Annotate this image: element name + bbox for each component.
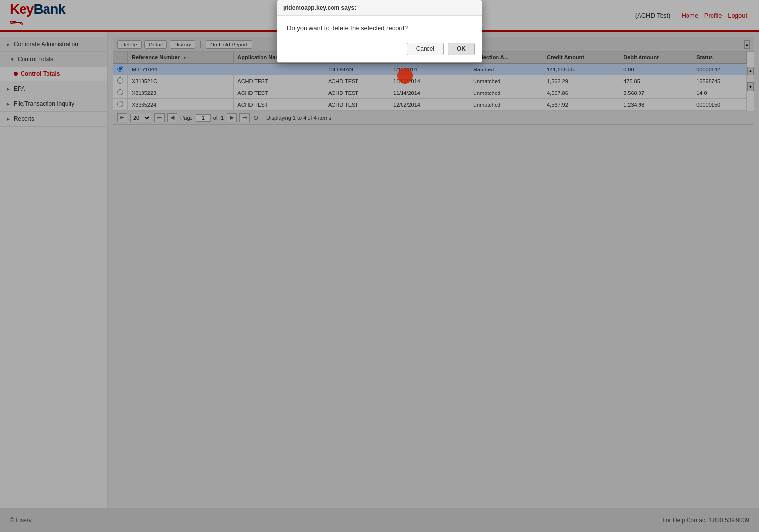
dialog-box: ptdemoapp.key.com says: Do you want to d… xyxy=(277,0,482,63)
dialog-title: ptdemoapp.key.com says: xyxy=(277,0,482,16)
dialog-buttons: Cancel OK xyxy=(277,39,482,62)
dialog-ok-button[interactable]: OK xyxy=(448,43,475,55)
dialog-overlay: ptdemoapp.key.com says: Do you want to d… xyxy=(0,0,759,532)
dialog-message: Do you want to delete the selected recor… xyxy=(277,16,482,39)
dialog-cancel-button[interactable]: Cancel xyxy=(407,43,444,55)
